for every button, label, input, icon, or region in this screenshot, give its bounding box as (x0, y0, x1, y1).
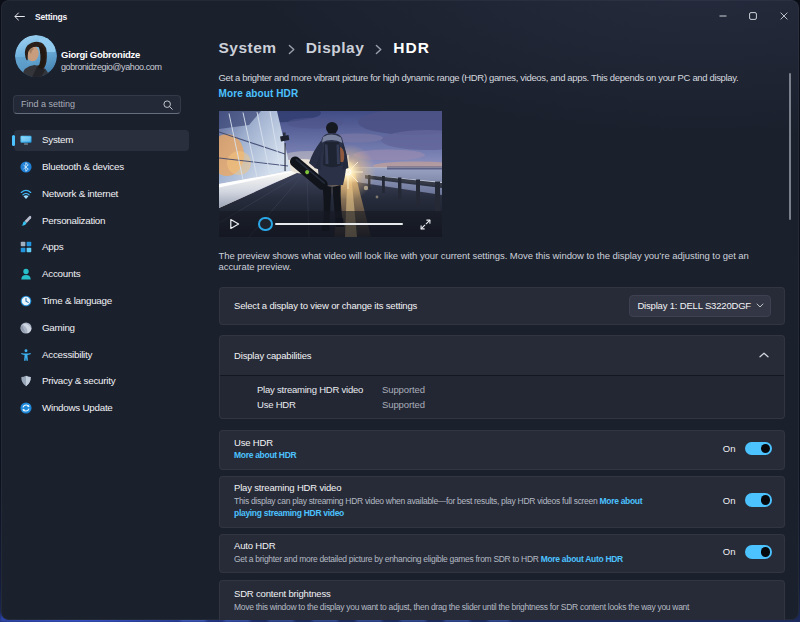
page-description: Get a brighter and more vibrant picture … (219, 72, 771, 84)
sidebar: Giorgi Gobronidze gobronidzegio@yahoo.co… (1, 32, 201, 620)
capability-row: Use HDR Supported (220, 397, 784, 412)
windows-update-icon (20, 402, 32, 414)
capability-label: Play streaming HDR video (257, 384, 382, 395)
minimize-icon (719, 12, 727, 20)
sidebar-item-accessibility[interactable]: Accessibility (14, 344, 189, 365)
sidebar-item-label: Network & internet (42, 188, 118, 200)
search-icon[interactable] (162, 100, 180, 110)
avatar (15, 35, 57, 77)
sidebar-item-system[interactable]: System (14, 130, 189, 151)
breadcrumb: System Display HDR (219, 39, 430, 57)
sidebar-item-time-language[interactable]: Time & language (14, 291, 189, 312)
sidebar-item-bluetooth-devices[interactable]: Bluetooth & devices (14, 157, 189, 178)
close-icon (780, 12, 788, 20)
scrollbar-thumb[interactable] (789, 73, 791, 220)
capability-value: Supported (382, 384, 425, 395)
breadcrumb-chevron-icon (375, 42, 382, 55)
bluetooth-icon (20, 161, 32, 173)
network-icon (20, 188, 32, 200)
sidebar-item-gaming[interactable]: Gaming (14, 318, 189, 339)
sidebar-item-accounts[interactable]: Accounts (14, 264, 189, 285)
minimize-button[interactable] (708, 0, 739, 31)
apps-icon (20, 241, 32, 253)
breadcrumb-chevron-icon (288, 42, 295, 55)
back-button[interactable] (7, 4, 32, 29)
sidebar-item-label: Windows Update (42, 402, 113, 414)
use-hdr-title: Use HDR (234, 436, 717, 450)
toggle-knob (761, 495, 771, 505)
hdr-video-preview[interactable] (219, 111, 442, 237)
play-streaming-toggle[interactable] (745, 493, 772, 507)
sidebar-item-personalization[interactable]: Personalization (14, 210, 189, 231)
play-streaming-card: Play streaming HDR video This display ca… (219, 476, 785, 528)
video-seek-track[interactable] (275, 223, 403, 225)
more-about-auto-hdr-link[interactable]: More about Auto HDR (541, 554, 623, 564)
sidebar-item-label: Apps (42, 241, 63, 253)
sidebar-item-label: Personalization (42, 215, 105, 227)
main-panel: System Display HDR Get a brighter and mo… (201, 32, 799, 620)
play-button[interactable] (229, 218, 240, 230)
preview-note: The preview shows what video will look l… (219, 250, 764, 273)
auto-hdr-card: Auto HDR Get a brighter and more detaile… (219, 534, 785, 574)
video-seek-knob[interactable] (258, 217, 273, 232)
display-capabilities-title: Display capabilities (234, 350, 759, 361)
display-dropdown[interactable]: Display 1: DELL S3220DGF (629, 295, 771, 317)
personalization-icon (20, 215, 32, 227)
sidebar-item-network-internet[interactable]: Network & internet (14, 184, 189, 205)
more-about-hdr-link[interactable]: More about HDR (219, 88, 299, 99)
capability-row: Play streaming HDR video Supported (220, 382, 784, 397)
sidebar-item-apps[interactable]: Apps (14, 237, 189, 258)
search-input[interactable] (14, 99, 162, 110)
capability-label: Use HDR (257, 399, 382, 410)
sidebar-item-label: Time & language (42, 295, 112, 307)
select-display-card: Select a display to view or change its s… (219, 287, 785, 326)
account-name: Giorgi Gobronidze (61, 49, 162, 60)
close-button[interactable] (769, 0, 800, 31)
sidebar-item-label: System (42, 134, 73, 146)
fullscreen-button[interactable] (420, 219, 431, 230)
capability-value: Supported (382, 399, 425, 410)
account-email: gobronidzegio@yahoo.com (61, 62, 162, 72)
maximize-button[interactable] (738, 0, 769, 31)
sidebar-item-privacy-security[interactable]: Privacy & security (14, 371, 189, 392)
auto-hdr-title: Auto HDR (234, 539, 717, 553)
sidebar-item-windows-update[interactable]: Windows Update (14, 398, 189, 419)
settings-window: Settings (1, 0, 799, 620)
sidebar-nav: SystemBluetooth & devicesNetwork & inter… (6, 130, 196, 425)
sdr-brightness-description: Move this window to the display you want… (234, 601, 779, 613)
back-arrow-icon (14, 12, 25, 21)
play-streaming-description: This display can play streaming HDR vide… (234, 496, 597, 506)
display-dropdown-value: Display 1: DELL S3220DGF (637, 300, 751, 311)
use-hdr-state: On (723, 443, 736, 454)
sidebar-item-label: Bluetooth & devices (42, 161, 124, 173)
play-streaming-title: Play streaming HDR video (234, 481, 717, 495)
maximize-icon (749, 12, 757, 20)
window-title: Settings (35, 12, 67, 22)
display-capabilities-header[interactable]: Display capabilities (220, 336, 784, 375)
toggle-knob (761, 444, 771, 454)
sidebar-item-label: Gaming (42, 322, 75, 334)
select-display-label: Select a display to view or change its s… (234, 300, 629, 311)
sidebar-item-label: Accounts (42, 268, 80, 280)
gaming-icon (20, 322, 32, 334)
titlebar: Settings (1, 0, 799, 32)
auto-hdr-description: Get a brighter and more detailed picture… (234, 554, 539, 564)
more-about-hdr-card-link[interactable]: More about HDR (234, 450, 296, 460)
use-hdr-card: Use HDR More about HDR On (219, 430, 785, 470)
display-capabilities-body: Play streaming HDR video Supported Use H… (220, 375, 784, 419)
accessibility-icon (20, 349, 32, 361)
time-language-icon (20, 295, 32, 307)
sidebar-item-label: Accessibility (42, 349, 92, 361)
breadcrumb-hdr: HDR (393, 39, 430, 57)
auto-hdr-toggle[interactable] (745, 545, 772, 559)
system-icon (20, 134, 32, 146)
breadcrumb-display[interactable]: Display (306, 39, 365, 57)
search-box[interactable] (13, 95, 181, 114)
auto-hdr-state: On (723, 546, 736, 557)
sdr-brightness-card: SDR content brightness Move this window … (219, 580, 785, 620)
breadcrumb-system[interactable]: System (219, 39, 277, 57)
sidebar-item-label: Privacy & security (42, 375, 115, 387)
chevron-up-icon[interactable] (759, 352, 769, 358)
account-info[interactable]: Giorgi Gobronidze gobronidzegio@yahoo.co… (15, 35, 162, 77)
use-hdr-toggle[interactable] (745, 442, 772, 456)
